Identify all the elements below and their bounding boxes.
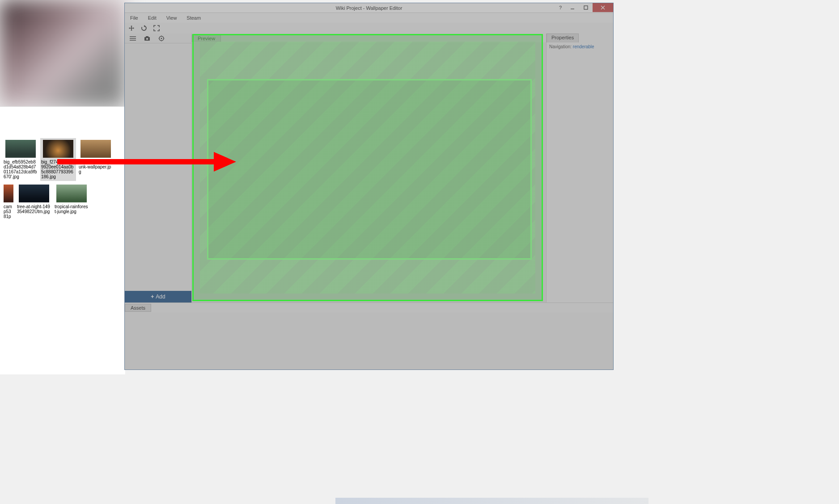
- file-grid: big_efb5952eb8d1d54a828b4d701167a12dca9f…: [0, 138, 125, 221]
- file-thumbnail: [4, 185, 13, 202]
- settings-button[interactable]: [157, 34, 166, 42]
- preview-canvas[interactable]: [192, 42, 546, 302]
- camera-icon: [144, 36, 150, 41]
- close-icon: [601, 5, 605, 10]
- file-label: tropical-rainforest-jungle.jpg: [55, 204, 89, 214]
- file-item[interactable]: camp5381p: [3, 183, 14, 221]
- titlebar[interactable]: Wiki Project - Wallpaper Editor ?: [125, 3, 613, 13]
- file-item[interactable]: tropical-rainforest-jungle.jpg: [54, 183, 89, 221]
- window-title: Wiki Project - Wallpaper Editor: [336, 5, 403, 11]
- file-item[interactable]: tree-at-night-1493549822Utm.jpg: [16, 183, 52, 221]
- menubar: File Edit View Steam: [125, 13, 613, 23]
- close-button[interactable]: [593, 3, 613, 12]
- maximize-button[interactable]: [579, 3, 593, 12]
- tab-properties[interactable]: Properties: [547, 34, 579, 42]
- refresh-icon: [141, 25, 147, 31]
- layer-list-empty: [125, 43, 191, 291]
- file-label: big_f274b3929f09920ee014aa0b5c8880779339…: [41, 160, 75, 179]
- right-panel: Properties Navigation: renderable: [546, 34, 613, 302]
- menu-file[interactable]: File: [128, 14, 140, 21]
- right-tabs: Properties: [547, 34, 613, 42]
- add-button[interactable]: + Add: [125, 291, 191, 302]
- expand-icon: [153, 25, 160, 31]
- gear-icon: [158, 35, 165, 42]
- minimize-button[interactable]: [566, 3, 579, 12]
- app-window: Wiki Project - Wallpaper Editor ? File E…: [124, 3, 614, 370]
- toolbar: [125, 23, 613, 34]
- assets-panel[interactable]: [125, 312, 613, 370]
- move-icon: [128, 25, 135, 31]
- file-label: tree-at-night-1493549822Utm.jpg: [17, 204, 51, 214]
- taskbar-hint: [335, 498, 648, 504]
- preview-tabs: Preview: [192, 34, 546, 42]
- list-icon: [130, 36, 136, 41]
- file-label: buldozer-steampunk-wallpaper.jpg: [79, 160, 113, 174]
- plus-icon: +: [151, 294, 154, 300]
- file-thumbnail: [56, 185, 87, 202]
- file-item-selected[interactable]: big_f274b3929f09920ee014aa0b5c8880779339…: [40, 138, 76, 181]
- file-item[interactable]: big_efb5952eb8d1d54a828b4d701167a12dca9f…: [3, 138, 38, 181]
- menu-view[interactable]: View: [165, 14, 179, 21]
- file-explorer: big_efb5952eb8d1d54a828b4d701167a12dca9f…: [0, 106, 125, 374]
- svg-point-11: [161, 38, 162, 39]
- camera-button[interactable]: [143, 34, 152, 42]
- refresh-tool[interactable]: [140, 24, 148, 32]
- tab-assets[interactable]: Assets: [125, 304, 151, 312]
- menu-edit[interactable]: Edit: [146, 14, 158, 21]
- background-blur: [0, 0, 125, 107]
- file-thumbnail: [19, 185, 49, 202]
- add-button-label: Add: [156, 294, 165, 300]
- center-panel: Preview: [192, 34, 546, 302]
- window-controls: ?: [555, 3, 613, 12]
- menu-steam[interactable]: Steam: [185, 14, 203, 21]
- minimize-icon: [570, 5, 575, 10]
- nav-renderable-link[interactable]: renderable: [573, 44, 594, 49]
- move-tool[interactable]: [127, 24, 136, 32]
- list-view-button[interactable]: [128, 34, 137, 42]
- svg-rect-1: [584, 6, 588, 9]
- file-label: camp5381p: [4, 204, 13, 219]
- svg-point-9: [146, 38, 148, 39]
- file-thumbnail: [81, 140, 111, 158]
- file-thumbnail: [43, 140, 73, 158]
- fullscreen-tool[interactable]: [153, 24, 161, 32]
- left-panel: + Add: [125, 34, 192, 302]
- main-area: + Add Preview Properties Navigation: ren…: [125, 34, 613, 302]
- help-button[interactable]: ?: [555, 3, 566, 12]
- assets-tabs: Assets: [125, 302, 613, 312]
- tab-preview[interactable]: Preview: [192, 34, 221, 42]
- svg-rect-8: [146, 36, 148, 38]
- nav-label: Navigation:: [549, 44, 572, 49]
- file-label: big_efb5952eb8d1d54a828b4d701167a12dca9f…: [4, 160, 38, 179]
- maximize-icon: [584, 5, 588, 10]
- file-item[interactable]: buldozer-steampunk-wallpaper.jpg: [78, 138, 114, 181]
- properties-navigation: Navigation: renderable: [547, 42, 613, 51]
- file-thumbnail: [5, 140, 36, 158]
- left-toolbar: [125, 34, 191, 43]
